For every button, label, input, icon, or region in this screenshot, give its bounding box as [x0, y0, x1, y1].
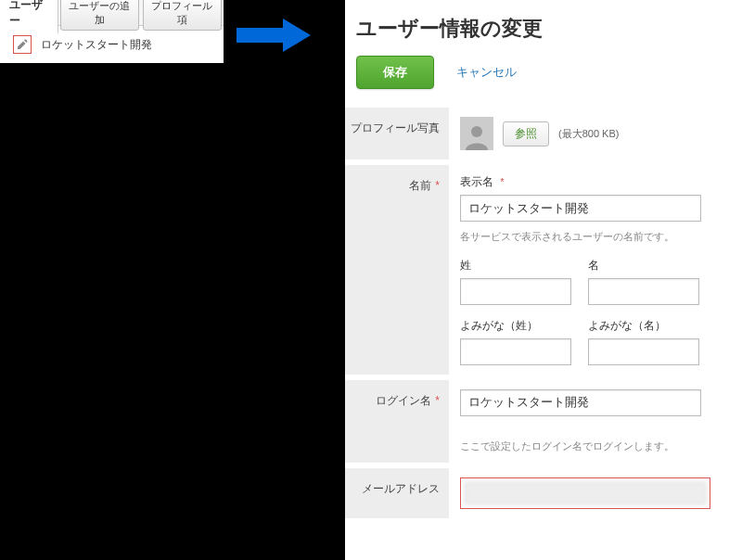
first-name-input[interactable]: [588, 278, 699, 305]
first-name-label: 名: [588, 258, 699, 274]
required-mark: *: [435, 179, 440, 192]
tab-bar: ユーザー ユーザーの追加 プロフィール項: [0, 0, 224, 26]
svg-point-0: [471, 126, 482, 137]
right-panel: ユーザー情報の変更 保存 キャンセル プロフィール写真 参照 (最大800 KB…: [345, 0, 742, 560]
row-photo: プロフィール写真 参照 (最大800 KB): [345, 108, 742, 159]
required-mark: *: [500, 176, 504, 187]
first-kana-label: よみがな（名）: [588, 318, 699, 334]
profile-items-button[interactable]: プロフィール項: [143, 0, 222, 31]
row-email: メールアドレス: [345, 468, 742, 518]
action-bar: 保存 キャンセル: [345, 56, 742, 108]
page-title: ユーザー情報の変更: [345, 0, 742, 56]
first-kana-input[interactable]: [588, 338, 699, 365]
email-highlight: [460, 477, 710, 509]
photo-limit: (最大800 KB): [558, 127, 619, 141]
last-kana-input[interactable]: [460, 338, 571, 365]
last-name-label: 姓: [460, 258, 571, 274]
left-panel: ユーザー ユーザーの追加 プロフィール項 ロケットスタート開発: [0, 0, 224, 63]
login-desc: ここで設定したログイン名でログインします。: [460, 439, 733, 454]
label-email: メールアドレス: [345, 468, 449, 518]
cancel-link[interactable]: キャンセル: [456, 64, 517, 81]
save-button[interactable]: 保存: [356, 56, 434, 89]
login-name-input[interactable]: [460, 389, 701, 416]
label-name: 名前*: [345, 165, 449, 375]
display-name-label: 表示名: [460, 175, 493, 188]
arrow-icon: [237, 19, 311, 55]
avatar: [460, 117, 493, 150]
edit-icon[interactable]: [13, 35, 32, 54]
user-row-name: ロケットスタート開発: [41, 37, 152, 53]
browse-button[interactable]: 参照: [503, 121, 549, 146]
email-input[interactable]: [465, 482, 706, 504]
row-name: 名前* 表示名 * 各サービスで表示されるユーザーの名前です。 姓 名: [345, 165, 742, 375]
display-name-input[interactable]: [460, 195, 701, 222]
tab-users[interactable]: ユーザー: [0, 0, 58, 33]
row-login: ログイン名* ここで設定したログイン名でログインします。: [345, 380, 742, 464]
label-login: ログイン名*: [345, 380, 449, 464]
add-user-button[interactable]: ユーザーの追加: [60, 0, 139, 31]
label-photo: プロフィール写真: [345, 108, 449, 159]
required-mark: *: [435, 394, 440, 407]
last-name-input[interactable]: [460, 278, 571, 305]
last-kana-label: よみがな（姓）: [460, 318, 571, 334]
display-name-desc: 各サービスで表示されるユーザーの名前です。: [460, 229, 733, 245]
